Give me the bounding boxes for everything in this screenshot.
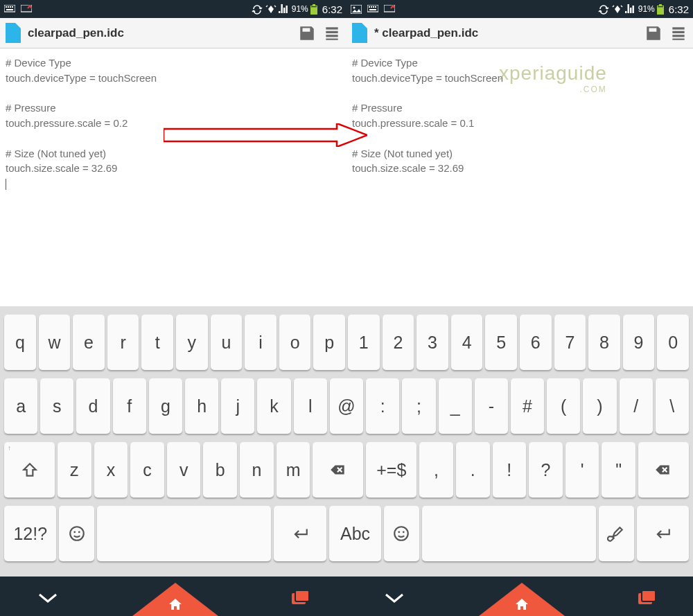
battery-percent: 91% <box>638 4 655 14</box>
key-/[interactable]: / <box>620 378 653 434</box>
battery-percent: 91% <box>292 4 308 14</box>
key-t[interactable]: t <box>141 315 173 370</box>
key-d[interactable]: d <box>76 378 109 434</box>
key-7[interactable]: 7 <box>554 315 586 370</box>
save-icon[interactable] <box>644 24 663 42</box>
soft-keyboard: qwertyuiop1234567890 asdfghjkl@:;_-#()/\… <box>0 306 693 577</box>
key-6[interactable]: 6 <box>520 315 552 370</box>
enter-key-right[interactable] <box>637 506 689 561</box>
key--[interactable]: - <box>475 378 508 434</box>
key-o[interactable]: o <box>279 315 311 370</box>
key-9[interactable]: 9 <box>623 315 655 370</box>
svg-rect-38 <box>632 6 633 13</box>
key-i[interactable]: i <box>245 315 277 370</box>
key-([interactable]: ( <box>547 378 580 434</box>
key-j[interactable]: j <box>221 378 254 434</box>
back-button[interactable] <box>37 592 59 604</box>
svg-rect-37 <box>630 8 631 13</box>
recent-apps-button[interactable] <box>638 590 656 606</box>
space-key-left[interactable] <box>97 506 272 561</box>
key-s[interactable]: s <box>40 378 73 434</box>
key-k[interactable]: k <box>257 378 290 434</box>
mode-key[interactable]: 12!? <box>4 506 56 561</box>
key-a[interactable]: a <box>4 378 37 434</box>
svg-rect-4 <box>12 6 13 8</box>
sync-icon <box>251 4 263 15</box>
key-_[interactable]: _ <box>439 378 472 434</box>
key-e[interactable]: e <box>73 315 105 370</box>
key-y[interactable]: y <box>176 315 208 370</box>
editor-line: # Pressure <box>6 100 341 116</box>
home-button[interactable] <box>479 583 565 616</box>
editor-line: touch.pressure.scale = 0.1 <box>352 116 687 131</box>
signal-icon <box>279 4 290 14</box>
keyboard-row-2: asdfghjkl@:;_-#()/\ <box>4 378 689 434</box>
enter-key-left[interactable] <box>274 506 326 561</box>
key-3[interactable]: 3 <box>416 315 448 370</box>
shift-key[interactable]: ↑ <box>4 442 55 498</box>
svg-rect-41 <box>658 6 663 7</box>
menu-list-icon[interactable] <box>669 24 687 42</box>
svg-rect-5 <box>6 9 13 10</box>
key-4[interactable]: 4 <box>451 315 483 370</box>
key-c[interactable]: c <box>130 442 164 498</box>
save-icon[interactable] <box>298 24 316 42</box>
emoji-key-2[interactable] <box>384 506 419 561</box>
backspace-key[interactable] <box>313 442 363 498</box>
key-p[interactable]: p <box>313 315 345 370</box>
key-?[interactable]: ? <box>529 442 563 498</box>
back-button[interactable] <box>383 592 405 604</box>
editor-line: touch.size.scale = 32.69 <box>352 161 687 176</box>
editor-line <box>352 131 687 146</box>
menu-list-icon[interactable] <box>323 24 341 42</box>
key-l[interactable]: l <box>294 378 327 434</box>
key-"[interactable]: " <box>602 442 635 498</box>
key-n[interactable]: n <box>240 442 274 498</box>
image-notif-icon <box>351 5 362 14</box>
key-h[interactable]: h <box>185 378 218 434</box>
key-v[interactable]: v <box>167 442 201 498</box>
key-z[interactable]: z <box>58 442 91 498</box>
key-.[interactable]: . <box>456 442 490 498</box>
backspace-key-2[interactable] <box>638 442 689 498</box>
filename-left: clearpad_pen.idc <box>28 26 291 40</box>
key-x[interactable]: x <box>94 442 128 498</box>
key-,[interactable]: , <box>419 442 453 498</box>
key-u[interactable]: u <box>211 315 243 370</box>
key-r[interactable]: r <box>107 315 139 370</box>
editor-left[interactable]: # Device Typetouch.deviceType = touchScr… <box>0 49 346 306</box>
key-1[interactable]: 1 <box>348 315 380 370</box>
key-@[interactable]: @ <box>330 378 363 434</box>
key-:[interactable]: : <box>366 378 399 434</box>
key-2[interactable]: 2 <box>383 315 414 370</box>
home-button[interactable] <box>132 583 218 616</box>
tools-key[interactable] <box>599 506 633 561</box>
keyboard-notif-icon <box>4 5 15 13</box>
key-b[interactable]: b <box>203 442 237 498</box>
editor-line: touch.size.scale = 32.69 <box>6 161 341 176</box>
key-w[interactable]: w <box>39 315 71 370</box>
key-#[interactable]: # <box>511 378 544 434</box>
svg-rect-28 <box>375 6 376 8</box>
symbols-key[interactable]: +=$ <box>366 442 416 498</box>
key-![interactable]: ! <box>493 442 527 498</box>
space-key-right[interactable] <box>422 506 597 561</box>
keyboard-row-4: 12!? Abc <box>4 506 689 561</box>
key-f[interactable]: f <box>113 378 146 434</box>
key-q[interactable]: q <box>4 315 36 370</box>
key-m[interactable]: m <box>277 442 310 498</box>
key-\[interactable]: \ <box>656 378 689 434</box>
editor-line: touch.deviceType = touchScreen <box>6 71 341 86</box>
key-8[interactable]: 8 <box>588 315 620 370</box>
key-5[interactable]: 5 <box>485 315 517 370</box>
emoji-key[interactable] <box>59 506 94 561</box>
key-;[interactable]: ; <box>402 378 435 434</box>
key-0[interactable]: 0 <box>657 315 689 370</box>
recent-apps-button[interactable] <box>292 590 310 606</box>
key-)[interactable]: ) <box>583 378 616 434</box>
key-'[interactable]: ' <box>565 442 599 498</box>
abc-key[interactable]: Abc <box>329 506 381 561</box>
svg-rect-15 <box>313 4 315 6</box>
svg-point-51 <box>70 527 84 540</box>
key-g[interactable]: g <box>149 378 182 434</box>
